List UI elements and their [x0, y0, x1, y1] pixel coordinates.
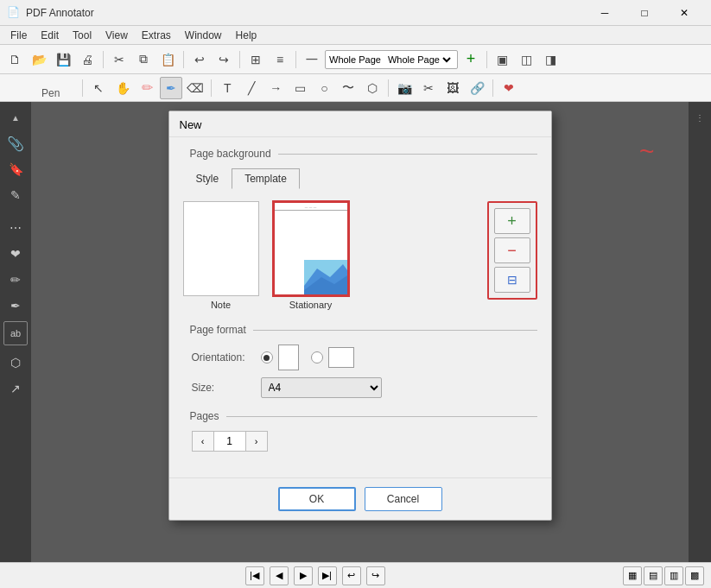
nav-first-button[interactable]: |◀ — [245, 566, 264, 585]
nav-play-button[interactable]: ▶ — [294, 566, 313, 585]
view-single-button[interactable]: ▦ — [623, 566, 642, 585]
undo-button[interactable]: ↩ — [188, 48, 211, 71]
menu-tool[interactable]: Tool — [66, 28, 98, 43]
view2-button[interactable]: ◫ — [516, 48, 538, 71]
minimize-button[interactable]: ─ — [585, 0, 625, 26]
copy-button[interactable]: ⧉ — [132, 48, 155, 71]
tool-label: Pen — [41, 87, 60, 99]
menu-edit[interactable]: Edit — [34, 28, 66, 43]
app-title: PDF Annotator — [26, 7, 585, 19]
sidebar-btn-2[interactable]: 📎 — [3, 131, 28, 155]
layers-button[interactable]: ≡ — [269, 48, 291, 71]
annotation-toolbar: Pen ↖ ✋ ✏ ✒ ⌫ T ╱ → ▭ ○ 〜 ⬡ 📷 ✂ 🖼 🔗 ❤ — [0, 74, 711, 102]
note-label: Note — [211, 300, 231, 310]
zoom-select[interactable]: Whole Page Fit Width 100% — [384, 54, 454, 66]
eraser-tool[interactable]: ⌫ — [184, 77, 206, 99]
ok-button[interactable]: OK — [278, 487, 356, 511]
size-row: Size: A4 A3 A5 Letter Legal — [183, 377, 537, 398]
print-preview-button[interactable]: 🖨 — [76, 48, 98, 71]
view-spread-button[interactable]: ▩ — [685, 566, 704, 585]
link-tool[interactable]: 🔗 — [466, 77, 488, 99]
portrait-radio[interactable] — [261, 351, 273, 364]
page-next-button[interactable]: › — [245, 431, 268, 452]
sep-t2-2 — [211, 79, 212, 97]
view-double-button[interactable]: ▤ — [644, 566, 663, 585]
camera-tool[interactable]: 📷 — [393, 77, 416, 99]
ellipse-tool[interactable]: ○ — [313, 77, 335, 99]
cancel-button[interactable]: Cancel — [365, 487, 442, 511]
paste-button[interactable]: 📋 — [156, 48, 179, 71]
open-button[interactable]: 📂 — [28, 48, 50, 71]
template-action-buttons: + − ⊟ — [487, 201, 537, 300]
right-sidebar-btn-1[interactable]: ⋮ — [688, 105, 711, 130]
sidebar-btn-4[interactable]: ✎ — [3, 183, 28, 207]
page-bg-section: Page background — [183, 148, 537, 160]
tab-bar: Style Template — [183, 168, 537, 189]
landscape-option[interactable] — [311, 347, 354, 368]
template-grid: Note ─ ─ ─ — [183, 201, 537, 310]
template-note[interactable]: Note — [183, 201, 259, 310]
size-select[interactable]: A4 A3 A5 Letter Legal — [261, 377, 382, 398]
sidebar-btn-6[interactable]: ❤ — [3, 242, 28, 266]
view-continuous-button[interactable]: ▥ — [664, 566, 683, 585]
tab-style[interactable]: Style — [183, 168, 232, 189]
select-tool[interactable]: ↖ — [87, 77, 110, 99]
menu-help[interactable]: Help — [229, 28, 264, 43]
stamp-tool[interactable]: ⬡ — [361, 77, 384, 99]
sidebar-btn-11[interactable]: ↗ — [3, 376, 28, 401]
tab-template[interactable]: Template — [232, 168, 300, 189]
heart-tool[interactable]: ❤ — [498, 77, 520, 99]
sidebar-btn-3[interactable]: 🔖 — [3, 157, 28, 181]
arrow-tool[interactable]: → — [264, 77, 287, 99]
text-tool[interactable]: T — [216, 77, 238, 99]
remove-template-button[interactable]: − — [494, 237, 530, 263]
freehand-tool[interactable]: 〜 — [337, 77, 359, 99]
pan-tool[interactable]: ✋ — [111, 77, 134, 99]
statusbar: |◀ ◀ ▶ ▶| ↩ ↪ ▦ ▤ ▥ ▩ — [0, 562, 711, 588]
pen-tool[interactable]: ✒ — [160, 77, 182, 99]
line-tool[interactable]: ╱ — [240, 77, 263, 99]
highlight-tool[interactable]: ✏ — [136, 77, 158, 99]
portrait-option[interactable] — [261, 345, 299, 370]
add-template-button[interactable]: + — [494, 208, 530, 234]
zoom-out-button[interactable]: ─ — [301, 48, 323, 71]
orientation-label: Orientation: — [192, 351, 261, 364]
save-button[interactable]: 💾 — [52, 48, 74, 71]
sidebar-btn-8[interactable]: ✒ — [3, 294, 28, 318]
menu-view[interactable]: View — [98, 28, 135, 43]
page-prev-button[interactable]: ‹ — [192, 431, 214, 452]
redo-button[interactable]: ↪ — [213, 48, 235, 71]
nav-back-button[interactable]: ↩ — [342, 566, 361, 585]
view3-button[interactable]: ◨ — [540, 48, 562, 71]
nav-next-button[interactable]: ▶| — [318, 566, 337, 585]
left-sidebar: ▲ 📎 🔖 ✎ ⋯ ❤ ✏ ✒ ab ⬡ ↗ — [0, 102, 31, 562]
sidebar-btn-7[interactable]: ✏ — [3, 268, 28, 292]
menu-file[interactable]: File — [3, 28, 34, 43]
zoom-in-button[interactable]: + — [460, 48, 482, 71]
view1-button[interactable]: ▣ — [492, 48, 514, 71]
dialog-title: New — [180, 118, 202, 131]
zoom-selector[interactable]: Whole Page Whole Page Fit Width 100% — [325, 50, 458, 69]
new-button[interactable]: 🗋 — [3, 48, 26, 71]
dialog-body: Page background Style Template — [169, 137, 551, 477]
grid-button[interactable]: ⊞ — [244, 48, 267, 71]
maximize-button[interactable]: □ — [625, 0, 664, 26]
menu-window[interactable]: Window — [178, 28, 229, 43]
close-button[interactable]: ✕ — [664, 0, 704, 26]
sidebar-btn-9[interactable]: ab — [3, 321, 28, 345]
image-tool[interactable]: 🖼 — [441, 77, 464, 99]
landscape-radio[interactable] — [311, 351, 323, 364]
cut-button[interactable]: ✂ — [108, 48, 130, 71]
sidebar-btn-10[interactable]: ⬡ — [3, 351, 28, 375]
rect-tool[interactable]: ▭ — [289, 77, 311, 99]
crop-tool[interactable]: ✂ — [417, 77, 440, 99]
sidebar-btn-1[interactable]: ▲ — [3, 105, 28, 130]
copy-template-button[interactable]: ⊟ — [494, 267, 530, 293]
note-thumb — [183, 201, 259, 296]
sidebar-btn-5[interactable]: ⋯ — [3, 216, 28, 240]
menu-extras[interactable]: Extras — [135, 28, 178, 43]
template-stationary[interactable]: ─ ─ ─ — [273, 201, 349, 310]
nav-prev-button[interactable]: ◀ — [270, 566, 289, 585]
nav-forward-button[interactable]: ↪ — [366, 566, 385, 585]
sep-t2-3 — [388, 79, 389, 97]
